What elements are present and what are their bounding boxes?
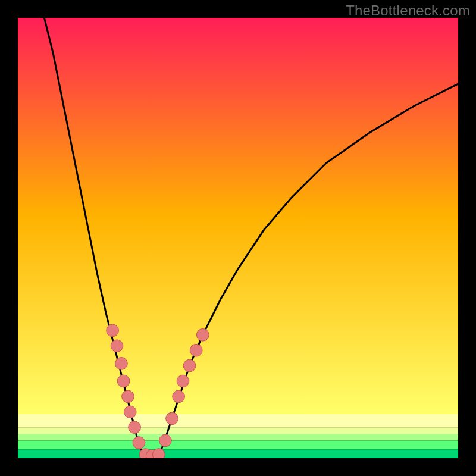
marker-point <box>166 412 178 425</box>
background-gradient <box>18 18 458 458</box>
plot-svg <box>18 18 458 458</box>
marker-point <box>159 434 172 447</box>
marker-point <box>124 406 136 418</box>
svg-rect-1 <box>18 414 458 427</box>
svg-rect-3 <box>18 434 458 440</box>
marker-point <box>107 324 119 337</box>
svg-rect-2 <box>18 427 458 434</box>
marker-point <box>133 437 145 449</box>
marker-point <box>173 390 185 403</box>
marker-point <box>129 421 141 434</box>
svg-rect-4 <box>18 440 458 449</box>
marker-point <box>111 340 123 352</box>
marker-point <box>117 375 130 387</box>
chart-frame: TheBottleneck.com <box>0 0 476 476</box>
marker-point <box>115 358 128 370</box>
marker-point <box>190 344 202 356</box>
svg-rect-0 <box>18 18 458 414</box>
watermark-text: TheBottleneck.com <box>346 2 470 19</box>
marker-point <box>152 449 165 458</box>
marker-point <box>183 359 196 372</box>
marker-point <box>196 328 209 341</box>
marker-point <box>177 375 189 387</box>
svg-rect-5 <box>18 449 458 458</box>
plot-area <box>18 18 458 458</box>
marker-point <box>122 390 134 403</box>
